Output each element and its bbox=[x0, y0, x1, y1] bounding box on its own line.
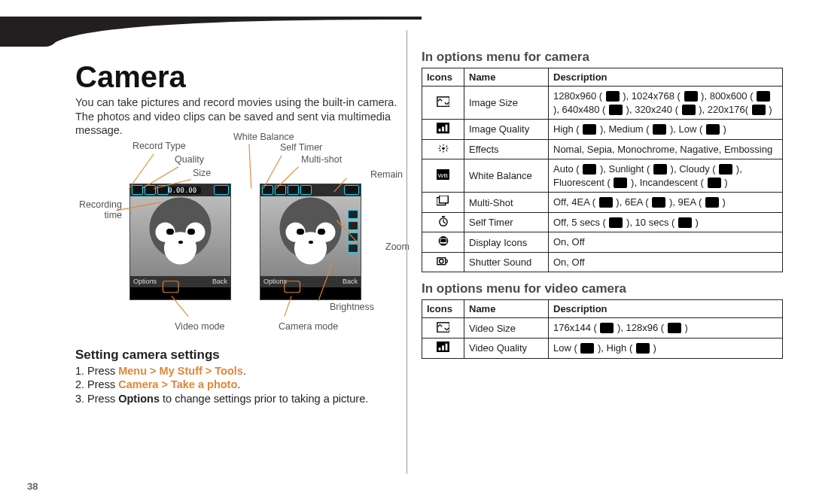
image-size-icon bbox=[422, 87, 464, 120]
softkey-options[interactable]: Options bbox=[133, 278, 157, 285]
inline-option-icon bbox=[599, 197, 613, 208]
th-name: Name bbox=[464, 300, 549, 318]
inline-option-icon bbox=[609, 105, 623, 115]
white-balance-indicator-icon bbox=[262, 185, 273, 195]
option-desc: Off, 5 secs ( ), 10 secs ( ) bbox=[549, 212, 783, 232]
video-quality-icon bbox=[422, 339, 464, 359]
option-desc: Off, 4EA ( ), 6EA ( ), 9EA ( ) bbox=[549, 193, 783, 213]
option-name: Shutter Sound bbox=[464, 252, 549, 272]
right-column: In options menu for camera Icons Name De… bbox=[406, 30, 792, 489]
option-desc: 1280x960 ( ), 1024x768 ( ), 800x600 ( ),… bbox=[549, 87, 783, 120]
zoom-scale-icon bbox=[348, 221, 358, 230]
table-row: Multi-ShotOff, 4EA ( ), 6EA ( ), 9EA ( ) bbox=[422, 193, 783, 213]
camera-preview-camera-mode: Options Back bbox=[260, 184, 361, 300]
svg-rect-24 bbox=[445, 344, 447, 351]
svg-text:WB: WB bbox=[437, 172, 447, 179]
option-desc: On, Off bbox=[549, 252, 783, 272]
softkey-back[interactable]: Back bbox=[343, 278, 358, 285]
table-row: Image QualityHigh ( ), Medium ( ), Low (… bbox=[422, 120, 783, 140]
zoom-indicator-icon bbox=[348, 210, 358, 219]
camera-preview-video-mode: 00.00.00 Options Back bbox=[129, 184, 231, 300]
inline-option-icon bbox=[652, 197, 665, 208]
inline-option-icon bbox=[708, 178, 721, 188]
white-balance-icon: WB bbox=[422, 159, 464, 193]
inline-option-icon bbox=[678, 217, 692, 228]
table-row: Image Size1280x960 ( ), 1024x768 ( ), 80… bbox=[422, 87, 783, 120]
label-size: Size bbox=[193, 168, 211, 178]
inline-option-icon bbox=[614, 178, 627, 188]
label-multi-shot: Multi-shot bbox=[301, 154, 342, 165]
svg-rect-11 bbox=[439, 196, 448, 203]
inline-option-icon bbox=[653, 124, 666, 135]
svg-point-7 bbox=[442, 147, 445, 150]
svg-rect-22 bbox=[438, 348, 440, 351]
step-3: 3. Press Options to change settings prio… bbox=[75, 392, 397, 406]
svg-rect-5 bbox=[442, 127, 444, 132]
option-desc: Nomal, Sepia, Monochrome, Nagative, Embo… bbox=[549, 139, 783, 159]
option-desc: High ( ), Medium ( ), Low ( ) bbox=[549, 120, 783, 140]
option-desc: 176x144 ( ), 128x96 ( ) bbox=[549, 318, 783, 339]
remain-indicator-icon bbox=[214, 185, 229, 195]
option-name: Self Timer bbox=[464, 212, 549, 232]
inline-option-icon bbox=[583, 164, 596, 175]
size-indicator-icon bbox=[157, 185, 169, 195]
svg-rect-23 bbox=[442, 345, 444, 350]
video-size-icon bbox=[422, 318, 464, 339]
option-name: Video Quality bbox=[464, 339, 549, 359]
svg-rect-4 bbox=[438, 129, 440, 132]
page-title: Camera bbox=[75, 60, 397, 94]
inline-option-icon bbox=[684, 91, 698, 102]
self-timer-indicator-icon bbox=[275, 185, 286, 195]
svg-rect-2 bbox=[437, 97, 449, 107]
quality-indicator-icon bbox=[145, 185, 156, 195]
label-self-timer: Self Timer bbox=[280, 142, 322, 153]
softkey-options[interactable]: Options bbox=[263, 278, 287, 285]
inline-option-icon bbox=[757, 91, 770, 102]
display-icons-icon bbox=[422, 232, 464, 253]
heading-video-options: In options menu for video camera bbox=[422, 281, 783, 296]
table-row: WBWhite BalanceAuto ( ), Sunlight ( ), C… bbox=[422, 159, 783, 193]
extra-indicator-icon bbox=[300, 185, 312, 195]
table-row: Video Size176x144 ( ), 128x96 ( ) bbox=[422, 318, 783, 339]
subheading-setting-camera: Setting camera settings bbox=[75, 348, 397, 363]
label-brightness: Brightness bbox=[330, 302, 374, 312]
inline-option-icon bbox=[653, 164, 667, 175]
step-2: 2. Press Camera > Take a photo. bbox=[75, 378, 397, 392]
inline-option-icon bbox=[682, 105, 696, 115]
setting-steps: 1. Press Menu > My Stuff > Tools. 2. Pre… bbox=[75, 364, 397, 407]
th-icons: Icons bbox=[422, 300, 464, 318]
label-remain: Remain bbox=[370, 169, 403, 180]
option-name: Effects bbox=[464, 139, 549, 159]
table-row: Display IconsOn, Off bbox=[422, 232, 783, 253]
label-camera-mode: Camera mode bbox=[279, 321, 338, 332]
video-options-table: Icons Name Description Video Size176x144… bbox=[422, 299, 783, 358]
inline-option-icon bbox=[600, 323, 614, 333]
multi-shot-indicator-icon bbox=[288, 185, 299, 195]
self-timer-icon bbox=[422, 212, 464, 232]
record-type-indicator-icon bbox=[132, 185, 143, 195]
option-desc: Low ( ), High ( ) bbox=[549, 339, 783, 359]
label-white-balance: White Balance bbox=[233, 132, 294, 142]
softkey-back[interactable]: Back bbox=[212, 278, 227, 285]
image-quality-icon bbox=[422, 120, 464, 140]
label-recording-time: Recording time bbox=[77, 199, 122, 220]
table-row: Self TimerOff, 5 secs ( ), 10 secs ( ) bbox=[422, 212, 783, 232]
th-desc: Description bbox=[549, 68, 783, 87]
preview-photo bbox=[130, 196, 230, 276]
remain-indicator-icon bbox=[344, 185, 359, 195]
brightness-indicator-icon bbox=[348, 244, 358, 253]
inline-option-icon bbox=[606, 91, 620, 102]
page-number: 38 bbox=[27, 481, 38, 492]
svg-rect-6 bbox=[445, 125, 447, 132]
left-column: Camera You can take pictures and record … bbox=[21, 30, 406, 489]
option-name: Video Size bbox=[464, 318, 549, 339]
inline-option-icon bbox=[668, 323, 681, 333]
option-desc: Auto ( ), Sunlight ( ), Cloudy ( ), Fluo… bbox=[549, 159, 783, 193]
multi-shot-icon bbox=[422, 193, 464, 213]
camera-options-table: Icons Name Description Image Size1280x96… bbox=[422, 68, 783, 272]
th-icons: Icons bbox=[422, 68, 464, 87]
inline-option-icon bbox=[706, 124, 720, 135]
label-quality: Quality bbox=[175, 154, 204, 165]
inline-option-icon bbox=[636, 343, 650, 354]
shutter-sound-icon bbox=[422, 252, 464, 272]
